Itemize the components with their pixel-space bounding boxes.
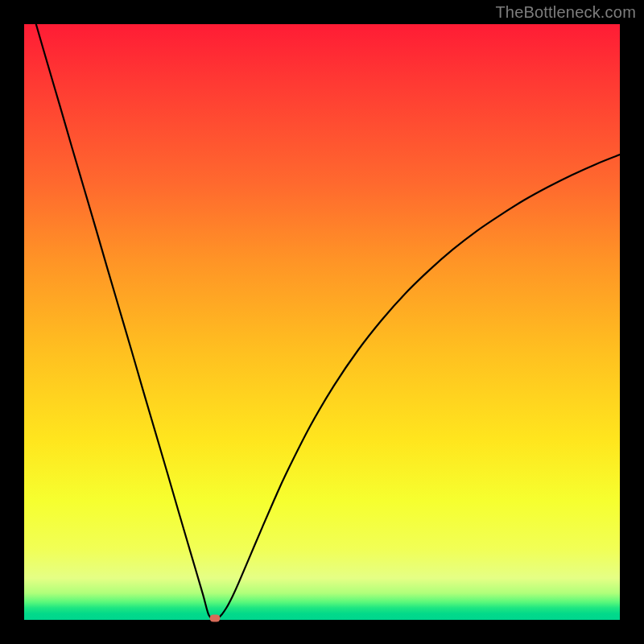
- plot-area: [24, 24, 620, 620]
- watermark-text: TheBottleneck.com: [495, 3, 636, 22]
- bottleneck-curve: [24, 24, 620, 620]
- optimal-point-marker: [209, 615, 220, 622]
- chart-frame: TheBottleneck.com: [0, 0, 644, 644]
